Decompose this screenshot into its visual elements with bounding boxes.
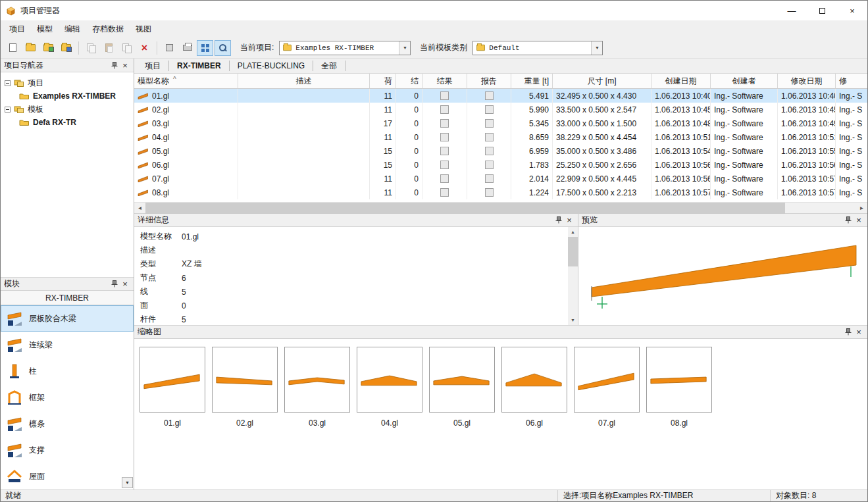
close-panel-icon[interactable] (854, 327, 864, 338)
horizontal-scrollbar[interactable] (134, 202, 867, 213)
report-checkbox[interactable] (485, 147, 494, 155)
menu-item-edit[interactable]: 编辑 (59, 22, 86, 37)
results-checkbox[interactable] (440, 119, 449, 128)
column-header-created-by[interactable]: 创建者 (711, 74, 778, 88)
column-header-modified-date[interactable]: 修改日期 (778, 74, 836, 88)
table-row[interactable]: 06.gl1501.78325.250 x 0.500 x 2.6561.06.… (134, 158, 867, 172)
maximize-button[interactable] (807, 1, 837, 20)
report-checkbox[interactable] (485, 133, 494, 141)
view-details-toggle[interactable] (215, 40, 231, 56)
report-checkbox[interactable] (485, 188, 494, 197)
column-header-created-date[interactable]: 创建日期 (651, 74, 711, 88)
scrollbar-track[interactable] (145, 203, 856, 214)
report-checkbox[interactable] (485, 174, 494, 183)
column-header-results-count[interactable]: 结 (396, 74, 422, 88)
table-row[interactable]: 03.gl1705.34533.000 x 0.500 x 1.5001.06.… (134, 116, 867, 130)
report-checkbox[interactable] (485, 91, 494, 100)
archive-project-button[interactable] (40, 40, 57, 56)
results-checkbox[interactable] (440, 91, 449, 100)
scroll-up-arrow[interactable] (568, 227, 578, 237)
module-item-roof[interactable]: 屋面 (1, 463, 134, 489)
pin-icon[interactable] (109, 60, 120, 70)
open-project-button[interactable] (22, 40, 39, 56)
extract-archive-button[interactable] (58, 40, 74, 56)
table-row[interactable]: 08.gl1101.22417.500 x 0.500 x 2.2131.06.… (134, 186, 867, 199)
close-panel-icon[interactable] (120, 60, 130, 70)
menu-item-model[interactable]: 模型 (31, 22, 59, 37)
scrollbar-thumb[interactable] (145, 203, 785, 214)
close-button[interactable]: × (837, 1, 867, 20)
module-item-glulam-beam[interactable]: 层板胶合木梁 (1, 305, 134, 332)
column-header-description[interactable]: 描述 (238, 74, 370, 88)
minimize-button[interactable]: — (777, 1, 807, 20)
table-row[interactable]: 04.gl1108.65938.229 x 0.500 x 4.4541.06.… (134, 130, 867, 144)
tab-project[interactable]: 项目 (137, 61, 169, 71)
scrollbar-thumb[interactable] (568, 237, 578, 266)
results-checkbox[interactable] (440, 105, 449, 114)
copy-button[interactable] (83, 40, 99, 56)
scrollbar-track[interactable] (568, 237, 578, 315)
thumbnail-item[interactable]: 04.gl (357, 347, 422, 428)
new-project-button[interactable] (5, 40, 21, 56)
module-list-scroll-down-button[interactable] (122, 477, 133, 488)
menu-item-view[interactable]: 视图 (130, 22, 157, 37)
table-row[interactable]: 02.gl1105.99033.500 x 0.500 x 2.5471.06.… (134, 103, 867, 116)
collapse-icon[interactable] (5, 107, 11, 113)
pin-icon[interactable] (109, 279, 120, 289)
pin-icon[interactable] (843, 327, 854, 338)
combo-dropdown-arrow[interactable] (399, 41, 410, 55)
results-checkbox[interactable] (440, 161, 449, 169)
tree-node-projects-root[interactable]: 项目 (1, 76, 134, 89)
scroll-right-arrow[interactable] (856, 203, 867, 214)
table-row[interactable]: 01.gl1105.49132.495 x 0.500 x 4.4301.06.… (134, 89, 867, 103)
delete-button[interactable] (136, 40, 153, 56)
preview-viewport[interactable] (578, 227, 867, 325)
report-checkbox[interactable] (485, 105, 494, 114)
column-header-model-name[interactable]: 模型名称^ (134, 74, 238, 88)
module-item-purlin[interactable]: 檩条 (1, 411, 134, 437)
tab-rx-timber[interactable]: RX-TIMBER (169, 61, 230, 71)
tab-all[interactable]: 全部 (313, 61, 345, 71)
tree-node-templates-root[interactable]: 模板 (1, 103, 134, 116)
menu-item-archive-data[interactable]: 存档数据 (86, 22, 130, 37)
results-checkbox[interactable] (440, 147, 449, 155)
table-row[interactable]: 07.gl1102.01422.909 x 0.500 x 4.4451.06.… (134, 172, 867, 186)
column-header-results-check[interactable]: 结果 (422, 74, 467, 88)
table-row[interactable]: 05.gl1506.95935.000 x 0.500 x 3.4861.06.… (134, 144, 867, 158)
column-header-report-check[interactable]: 报告 (467, 74, 511, 88)
module-item-column[interactable]: 柱 (1, 358, 134, 384)
tree-node-template-default[interactable]: Defa RX-TR (1, 116, 134, 129)
menu-item-project[interactable]: 项目 (3, 22, 31, 37)
duplicate-button[interactable] (118, 40, 135, 56)
thumbnail-item[interactable]: 07.gl (574, 347, 640, 428)
pin-icon[interactable] (553, 215, 564, 226)
collapse-icon[interactable] (5, 80, 11, 86)
module-item-bracing[interactable]: 支撑 (1, 437, 134, 463)
column-header-weight[interactable]: 重量 [t] (511, 74, 553, 88)
paste-button[interactable] (101, 40, 117, 56)
close-panel-icon[interactable] (564, 215, 574, 226)
module-item-continuous-beam[interactable]: 连续梁 (1, 332, 134, 358)
thumbnail-item[interactable]: 08.gl (646, 347, 712, 428)
close-panel-icon[interactable] (120, 279, 130, 289)
report-checkbox[interactable] (485, 161, 494, 169)
column-header-dimensions[interactable]: 尺寸 [m] (553, 74, 651, 88)
print-button[interactable] (179, 40, 195, 56)
thumbnail-item[interactable]: 03.gl (284, 347, 350, 428)
scroll-left-arrow[interactable] (134, 203, 145, 214)
tab-plate-buckling[interactable]: PLATE-BUCKLING (230, 61, 313, 71)
column-header-modified-by[interactable]: 修 (836, 74, 867, 88)
results-checkbox[interactable] (440, 188, 449, 197)
thumbnail-item[interactable]: 02.gl (212, 347, 278, 428)
results-checkbox[interactable] (440, 133, 449, 141)
column-header-load-cases[interactable]: 荷 (370, 74, 396, 88)
pin-icon[interactable] (843, 215, 854, 226)
template-category-combobox[interactable]: Default (472, 41, 603, 55)
thumbnail-item[interactable]: 06.gl (501, 347, 567, 428)
current-project-combobox[interactable]: Examples RX-TIMBER (279, 41, 411, 55)
tree-node-project-examples[interactable]: Examples RX-TIMBER (1, 89, 134, 103)
details-vertical-scrollbar[interactable] (568, 227, 578, 325)
view-thumbnails-toggle[interactable] (197, 40, 213, 56)
results-checkbox[interactable] (440, 174, 449, 183)
info-button[interactable] (161, 40, 178, 56)
